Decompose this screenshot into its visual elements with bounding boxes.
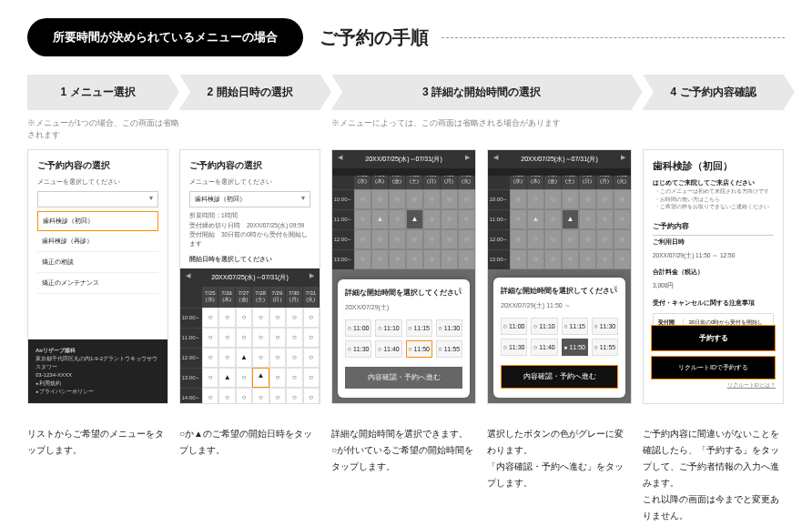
time-slot-cell[interactable]: ○ [202, 308, 218, 328]
time-slot-cell[interactable]: ▲ [371, 209, 389, 229]
menu-item[interactable]: 矯正の相談 [37, 252, 158, 273]
prev-week-icon[interactable]: ◀ [493, 154, 498, 161]
time-slot-cell[interactable]: ○ [354, 189, 371, 209]
time-slot-cell[interactable]: ○ [510, 249, 527, 269]
time-slot-cell[interactable]: ○ [218, 348, 235, 368]
time-slot-cell[interactable]: ○ [303, 348, 320, 368]
time-slot-cell[interactable]: ○ [354, 229, 371, 249]
time-slot-cell[interactable]: ○ [303, 388, 320, 404]
time-slot-cell[interactable]: ○ [218, 328, 235, 348]
menu-select[interactable]: 歯科検診（初回） [189, 191, 310, 207]
time-slot-cell[interactable]: ○ [286, 368, 302, 388]
time-slot-cell[interactable]: ▲ [252, 368, 269, 388]
reserve-button[interactable]: 予約する [651, 325, 776, 351]
close-icon[interactable]: × [614, 283, 618, 292]
time-slot-cell[interactable]: ▲ [218, 368, 235, 388]
prev-week-icon[interactable]: ◀ [186, 272, 190, 279]
link-terms[interactable]: 利用規約 [36, 379, 160, 388]
time-slot-cell[interactable]: ○ [544, 189, 562, 209]
time-slot-cell[interactable]: ▲ [562, 209, 579, 229]
time-slot-cell[interactable]: ○ [544, 249, 562, 269]
time-slot-cell[interactable]: ○ [614, 209, 631, 229]
time-slot-cell[interactable]: ○ [286, 308, 302, 328]
prev-week-icon[interactable]: ◀ [338, 154, 342, 161]
time-slot-button[interactable]: ○ 11:30 [436, 319, 462, 337]
time-slot-cell[interactable]: ○ [596, 189, 614, 209]
time-slot-cell[interactable]: ○ [269, 348, 286, 368]
time-slot-cell[interactable]: ○ [423, 189, 441, 209]
time-slot-button[interactable]: ● 11:50 [562, 339, 588, 356]
reserve-recruit-id-button[interactable]: リクルートIDで予約する [651, 356, 776, 379]
next-week-icon[interactable]: ▶ [310, 272, 314, 279]
time-slot-cell[interactable]: ○ [614, 229, 631, 249]
time-slot-cell[interactable]: ○ [406, 229, 423, 249]
time-slot-cell[interactable]: ○ [202, 388, 218, 404]
time-slot-cell[interactable]: ○ [579, 249, 596, 269]
time-slot-cell[interactable]: ○ [562, 229, 579, 249]
time-slot-cell[interactable]: ○ [579, 209, 596, 229]
time-slot-cell[interactable]: ○ [202, 328, 218, 348]
time-slot-cell[interactable]: ○ [269, 388, 286, 404]
time-slot-cell[interactable]: ○ [371, 249, 389, 269]
time-slot-cell[interactable]: ○ [614, 189, 631, 209]
time-slot-cell[interactable]: ○ [510, 209, 527, 229]
time-slot-cell[interactable]: ○ [303, 328, 320, 348]
time-slot-cell[interactable]: ○ [389, 209, 406, 229]
time-slot-cell[interactable]: ○ [236, 308, 252, 328]
time-slot-button[interactable]: ○ 11:50 [406, 340, 432, 358]
time-slot-cell[interactable]: ○ [510, 229, 527, 249]
time-slot-cell[interactable]: ○ [562, 249, 579, 269]
time-slot-cell[interactable]: ○ [458, 229, 475, 249]
menu-item[interactable]: 歯科検診（再診） [37, 231, 158, 252]
time-slot-cell[interactable]: ○ [269, 368, 286, 388]
time-slot-cell[interactable]: ○ [406, 249, 423, 269]
time-slot-cell[interactable]: ○ [441, 209, 458, 229]
proceed-button[interactable]: 内容確認・予約へ進む [345, 367, 462, 389]
time-slot-button[interactable]: ○ 11:00 [501, 318, 527, 335]
time-slot-button[interactable]: ○ 11:30 [501, 339, 527, 356]
time-slot-cell[interactable]: ○ [252, 388, 269, 404]
time-slot-button[interactable]: ○ 11:30 [345, 340, 371, 358]
next-week-icon[interactable]: ▶ [465, 154, 470, 161]
time-slot-cell[interactable]: ○ [441, 189, 458, 209]
time-slot-cell[interactable]: ○ [218, 308, 235, 328]
time-slot-cell[interactable]: ○ [371, 189, 389, 209]
time-slot-cell[interactable]: ○ [218, 388, 235, 404]
time-slot-cell[interactable]: ○ [269, 308, 286, 328]
time-slot-cell[interactable]: ○ [510, 189, 527, 209]
time-slot-cell[interactable]: ○ [236, 368, 252, 388]
time-slot-cell[interactable]: ○ [389, 249, 406, 269]
time-slot-cell[interactable]: ○ [286, 388, 302, 404]
time-slot-cell[interactable]: ○ [354, 209, 371, 229]
time-slot-cell[interactable]: ○ [303, 308, 320, 328]
proceed-button[interactable]: 内容確認・予約へ進む [501, 365, 618, 389]
time-slot-cell[interactable]: ○ [252, 328, 269, 348]
time-slot-button[interactable]: ○ 11:15 [562, 318, 588, 335]
time-slot-cell[interactable]: ○ [458, 249, 475, 269]
menu-item[interactable]: 矯正のメンテナンス [37, 273, 158, 294]
time-slot-cell[interactable]: ○ [389, 189, 406, 209]
time-slot-cell[interactable]: ○ [596, 249, 614, 269]
time-slot-cell[interactable]: ○ [286, 348, 302, 368]
time-slot-cell[interactable]: ○ [423, 229, 441, 249]
time-slot-button[interactable]: ○ 11:15 [406, 319, 432, 337]
time-slot-cell[interactable]: ○ [562, 189, 579, 209]
time-slot-cell[interactable]: ○ [236, 388, 252, 404]
close-icon[interactable]: × [458, 285, 462, 294]
time-slot-cell[interactable]: ○ [236, 328, 252, 348]
time-slot-cell[interactable]: ○ [579, 229, 596, 249]
time-slot-cell[interactable]: ○ [527, 189, 544, 209]
next-week-icon[interactable]: ▶ [621, 154, 625, 161]
time-slot-cell[interactable]: ○ [354, 249, 371, 269]
time-slot-cell[interactable]: ○ [527, 249, 544, 269]
time-slot-cell[interactable]: ○ [252, 308, 269, 328]
time-slot-button[interactable]: ○ 11:55 [436, 340, 462, 358]
time-slot-button[interactable]: ○ 11:00 [345, 319, 371, 337]
time-slot-button[interactable]: ○ 11:55 [592, 339, 618, 356]
time-slot-cell[interactable]: ○ [389, 229, 406, 249]
time-slot-cell[interactable]: ○ [579, 189, 596, 209]
time-slot-button[interactable]: ○ 11:10 [531, 318, 557, 335]
menu-select[interactable] [37, 191, 158, 207]
time-slot-cell[interactable]: ▲ [527, 209, 544, 229]
time-slot-cell[interactable]: ○ [303, 368, 320, 388]
